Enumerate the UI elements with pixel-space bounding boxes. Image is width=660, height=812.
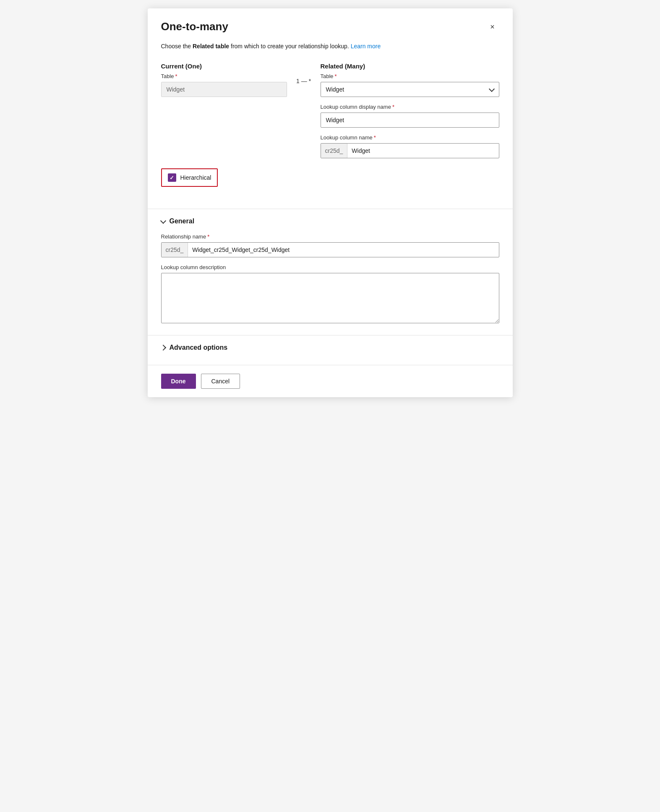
advanced-section: Advanced options (161, 344, 499, 351)
cancel-button[interactable]: Cancel (201, 374, 240, 389)
relationship-name-prefix: cr25d_ (162, 243, 188, 257)
section-divider-1 (148, 209, 513, 209)
related-table-required: * (335, 73, 337, 79)
dialog-title: One-to-many (161, 20, 228, 33)
related-fields: Table * Widget Lookup column display nam… (321, 73, 499, 158)
done-button[interactable]: Done (161, 374, 196, 389)
related-table-value: Widget (326, 86, 344, 93)
hierarchical-checkbox[interactable]: ✓ (168, 173, 176, 182)
lookup-display-input[interactable] (321, 113, 499, 128)
section-divider-2 (148, 335, 513, 335)
related-column: Related (Many) Table * Widget L (321, 63, 499, 158)
lookup-description-textarea[interactable] (161, 273, 499, 323)
advanced-section-label: Advanced options (170, 344, 228, 351)
dialog-header: One-to-many × (161, 20, 499, 34)
dialog-footer: Done Cancel (161, 365, 499, 397)
current-table-label: Table * (161, 73, 287, 79)
description-text: Choose the Related table from which to c… (161, 42, 499, 51)
dropdown-arrow-icon (488, 86, 494, 92)
lookup-display-field: Lookup column display name * (321, 104, 499, 128)
lookup-name-prefix: cr25d_ (321, 144, 348, 158)
chevron-right-icon (160, 345, 166, 351)
hierarchical-checkbox-row[interactable]: ✓ Hierarchical (161, 168, 218, 187)
relationship-name-field: Relationship name * cr25d_ Widget_cr25d_… (161, 233, 499, 257)
general-section-label: General (170, 217, 195, 225)
lookup-name-input-group: cr25d_ Widget (321, 143, 499, 158)
connector-dash: — (301, 78, 307, 84)
current-header: Current (One) (161, 63, 287, 70)
general-section: General Relationship name * cr25d_ Widge… (161, 217, 499, 325)
description-before: Choose the (161, 43, 193, 50)
close-button[interactable]: × (486, 20, 499, 34)
lookup-name-required: * (374, 134, 376, 141)
relationship-name-value[interactable]: Widget_cr25d_Widget_cr25d_Widget (188, 246, 498, 253)
one-to-many-dialog: One-to-many × Choose the Related table f… (148, 8, 513, 397)
connector-right: * (309, 78, 311, 84)
learn-more-link[interactable]: Learn more (351, 43, 381, 50)
lookup-name-label: Lookup column name * (321, 134, 499, 141)
hierarchical-label: Hierarchical (180, 174, 211, 181)
relationship-name-required: * (207, 233, 209, 240)
relationship-name-input-group: cr25d_ Widget_cr25d_Widget_cr25d_Widget (161, 242, 499, 257)
current-table-required: * (175, 73, 177, 79)
hierarchical-wrapper: ✓ Hierarchical (161, 168, 499, 197)
description-after: from which to create your relationship l… (229, 43, 349, 50)
lookup-display-required: * (392, 104, 394, 110)
lookup-name-value: Widget (347, 147, 498, 154)
related-table-select[interactable]: Widget (321, 82, 499, 97)
relationship-columns: Current (One) Table * Widget 1 — * Relat… (161, 63, 499, 158)
current-column: Current (One) Table * Widget (161, 63, 287, 97)
checkmark-icon: ✓ (170, 175, 174, 181)
relationship-name-label: Relationship name * (161, 233, 499, 240)
lookup-description-field: Lookup column description (161, 264, 499, 325)
lookup-display-label: Lookup column display name * (321, 104, 499, 110)
description-bold: Related table (193, 43, 229, 50)
lookup-name-field: Lookup column name * cr25d_ Widget (321, 134, 499, 158)
related-table-label: Table * (321, 73, 499, 79)
related-table-field: Table * Widget (321, 73, 499, 97)
related-header: Related (Many) (321, 63, 499, 70)
current-table-value: Widget (161, 82, 287, 97)
advanced-section-toggle[interactable]: Advanced options (161, 344, 499, 351)
lookup-description-label: Lookup column description (161, 264, 499, 270)
general-section-toggle[interactable]: General (161, 217, 499, 225)
connector-left: 1 (296, 78, 300, 84)
chevron-down-icon (160, 217, 166, 223)
relationship-connector: 1 — * (287, 63, 321, 84)
